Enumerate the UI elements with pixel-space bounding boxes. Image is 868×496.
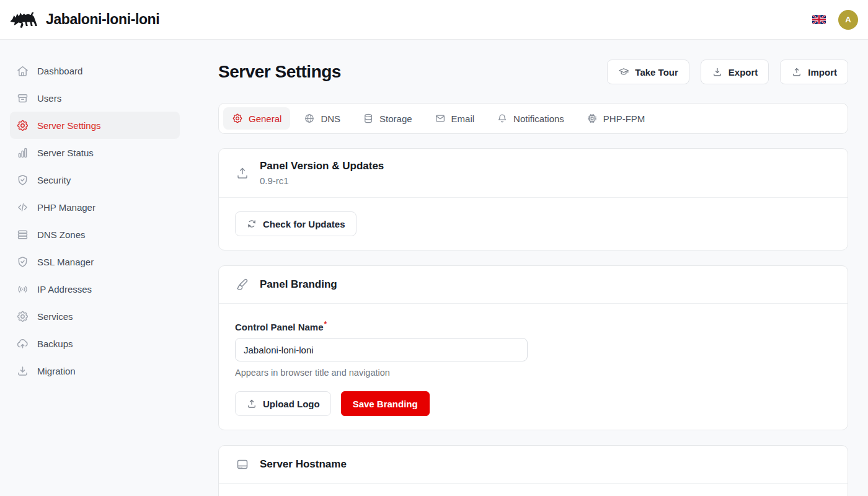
upload-icon (235, 166, 250, 180)
button-label: Import (808, 67, 837, 78)
avatar[interactable]: A (838, 10, 858, 30)
sidebar-item-php-manager[interactable]: PHP Manager (10, 193, 180, 221)
server-hostname-card: Server Hostname Hostname* (218, 445, 848, 496)
sidebar-item-label: Server Settings (37, 120, 101, 131)
sidebar-item-ssl-manager[interactable]: SSL Manager (10, 248, 180, 275)
tab-label: PHP-FPM (603, 113, 645, 124)
panel-version-header: Panel Version & Updates 0.9-rc1 (219, 149, 848, 198)
control-panel-name-input[interactable] (235, 338, 528, 361)
topbar-right: A (812, 10, 858, 30)
main-content: Server Settings Take TourExportImport Ge… (198, 40, 868, 496)
page-header: Server Settings Take TourExportImport (218, 60, 848, 84)
gear-icon (232, 113, 243, 124)
sidebar-item-dns-zones[interactable]: DNS Zones (10, 221, 180, 248)
sidebar-item-services[interactable]: Services (10, 303, 180, 330)
tab-label: Storage (379, 113, 412, 124)
shield-check-icon (16, 174, 29, 187)
header-actions: Take TourExportImport (607, 60, 848, 84)
sidebar-item-migration[interactable]: Migration (10, 357, 180, 384)
sidebar-item-backups[interactable]: Backups (10, 330, 180, 357)
cpu-icon (587, 113, 598, 124)
upload-logo-label: Upload Logo (263, 399, 320, 409)
globe-icon (304, 113, 315, 124)
sidebar-item-label: Security (37, 175, 71, 185)
refresh-icon (246, 218, 257, 229)
tab-notifications[interactable]: Notifications (488, 107, 573, 130)
sidebar-item-label: Users (37, 93, 61, 104)
take-tour-button[interactable]: Take Tour (607, 60, 689, 84)
brand-title: Jabaloni-loni-loni (46, 11, 159, 28)
tab-label: Email (451, 113, 475, 124)
panel-version-title: Panel Version & Updates (260, 160, 384, 172)
page-title: Server Settings (218, 62, 341, 82)
import-button[interactable]: Import (780, 60, 848, 84)
control-panel-name-label: Control Panel Name* (235, 320, 831, 332)
sidebar-item-label: Dashboard (37, 66, 82, 76)
sidebar-item-security[interactable]: Security (10, 166, 180, 193)
code-icon (16, 201, 29, 214)
branding-buttons: Upload Logo Save Branding (235, 391, 831, 416)
cloud-upload-icon (16, 337, 29, 350)
sidebar-item-label: DNS Zones (37, 229, 86, 240)
server-stack-icon (16, 228, 29, 241)
sidebar-item-ip-addresses[interactable]: IP Addresses (10, 275, 180, 303)
sidebar-item-label: PHP Manager (37, 202, 95, 213)
sidebar-item-label: IP Addresses (37, 284, 92, 294)
sidebar-item-label: SSL Manager (37, 257, 94, 267)
graduation-cap-icon (618, 66, 629, 78)
download-icon (712, 66, 723, 78)
sidebar-item-label: Services (37, 311, 73, 322)
sidebar-item-server-status[interactable]: Server Status (10, 139, 180, 166)
check-updates-button[interactable]: Check for Updates (235, 211, 356, 236)
sidebar-item-label: Migration (37, 366, 76, 376)
tab-label: General (249, 113, 281, 124)
required-asterisk: * (324, 320, 327, 329)
panel-branding-card: Panel Branding Control Panel Name* Appea… (218, 265, 848, 430)
bell-icon (497, 113, 508, 124)
upload-icon (246, 398, 257, 409)
envelope-icon (435, 113, 446, 124)
shield-check-icon (16, 255, 29, 268)
server-hostname-header: Server Hostname (219, 446, 848, 484)
button-label: Export (728, 67, 758, 78)
brand: Jabaloni-loni-loni (10, 7, 159, 32)
topbar: Jabaloni-loni-loni A (0, 0, 868, 40)
app-shell: DashboardUsersServer SettingsServer Stat… (0, 0, 868, 496)
server-hostname-body: Hostname* (219, 484, 848, 496)
panel-branding-body: Control Panel Name* Appears in browser t… (219, 304, 848, 430)
gear-icon (16, 119, 29, 132)
server-hostname-title: Server Hostname (260, 458, 347, 471)
tab-general[interactable]: General (223, 107, 290, 130)
tab-label: Notifications (513, 113, 564, 124)
boar-icon (10, 7, 38, 32)
download-tray-icon (16, 365, 29, 378)
panel-branding-header: Panel Branding (219, 266, 848, 304)
archive-box-icon (16, 92, 29, 105)
sidebar-item-dashboard[interactable]: Dashboard (10, 57, 180, 84)
sidebar: DashboardUsersServer SettingsServer Stat… (0, 40, 198, 496)
panel-version-number: 0.9-rc1 (260, 175, 384, 186)
upload-icon (791, 66, 802, 78)
gear-icon (16, 310, 29, 323)
save-branding-button[interactable]: Save Branding (341, 391, 430, 416)
tab-label: DNS (321, 113, 340, 124)
sidebar-item-server-settings[interactable]: Server Settings (10, 112, 180, 139)
settings-tabs: GeneralDNSStorageEmailNotificationsPHP-F… (218, 103, 848, 134)
home-icon (16, 64, 29, 78)
sidebar-item-label: Backups (37, 339, 73, 349)
bar-chart-icon (16, 146, 29, 159)
button-label: Take Tour (635, 67, 678, 78)
database-icon (363, 113, 374, 124)
tab-php-fpm[interactable]: PHP-FPM (578, 107, 654, 130)
panel-version-card: Panel Version & Updates 0.9-rc1 Check fo… (218, 148, 848, 250)
control-panel-name-helper: Appears in browser title and navigation (235, 368, 831, 378)
sidebar-item-users[interactable]: Users (10, 84, 180, 112)
tab-dns[interactable]: DNS (295, 107, 349, 130)
upload-logo-button[interactable]: Upload Logo (235, 391, 331, 416)
tab-storage[interactable]: Storage (354, 107, 421, 130)
uk-flag-icon[interactable] (812, 15, 826, 24)
tab-email[interactable]: Email (426, 107, 484, 130)
panel-version-body: Check for Updates (219, 198, 848, 250)
panel-branding-title: Panel Branding (260, 278, 337, 291)
export-button[interactable]: Export (701, 60, 769, 84)
